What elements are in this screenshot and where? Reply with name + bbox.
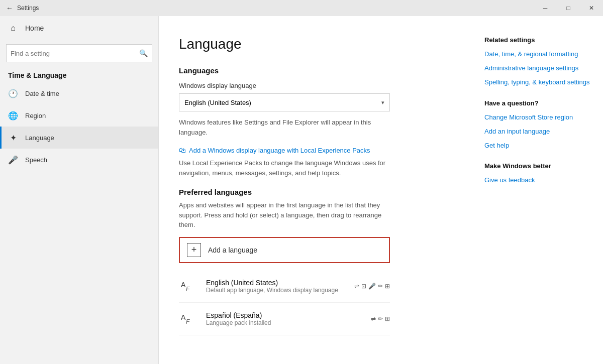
back-arrow-icon[interactable]: ←: [6, 4, 13, 12]
titlebar-controls: ─ □ ✕: [534, 0, 603, 16]
english-lang-caps: ⇌ ⊡ 🎤 ✏ ⊞: [354, 283, 390, 290]
close-button[interactable]: ✕: [580, 0, 603, 16]
cap-icon-4: ✏: [378, 283, 383, 290]
language-label: Language: [25, 134, 54, 142]
svg-text:F: F: [186, 286, 190, 293]
search-input[interactable]: [11, 50, 136, 57]
svg-text:F: F: [186, 318, 190, 325]
date-time-icon: 🕐: [8, 89, 18, 98]
sidebar-item-home[interactable]: ⌂ Home: [0, 16, 158, 40]
question-link-store[interactable]: Change Microsoft Store region: [484, 113, 591, 122]
sidebar-item-region[interactable]: 🌐 Region: [0, 104, 158, 127]
language-item-english[interactable]: A F English (United States) Default app …: [179, 270, 390, 303]
es-cap-icon-2: ✏: [378, 315, 383, 322]
have-question-title: Have a question?: [484, 99, 591, 107]
spanish-lang-info: Español (España) Language pack installed: [206, 311, 364, 326]
region-label: Region: [25, 112, 46, 119]
spanish-lang-name: Español (España): [206, 311, 364, 319]
related-settings-title: Related settings: [484, 36, 591, 44]
cap-icon-2: ⊡: [361, 283, 366, 290]
cap-icon-5: ⊞: [385, 283, 390, 290]
display-language-desc: Windows features like Settings and File …: [179, 117, 395, 137]
languages-section-title: Languages: [179, 66, 452, 75]
add-display-lang-text: Add a Windows display language with Loca…: [189, 147, 370, 154]
language-item-spanish[interactable]: A F Español (España) Language pack insta…: [179, 303, 390, 335]
related-link-date-time[interactable]: Date, time, & regional formatting: [484, 50, 591, 59]
home-icon: ⌂: [8, 24, 18, 33]
add-language-label: Add a language: [208, 246, 257, 254]
right-panel: Related settings Date, time, & regional …: [472, 16, 603, 364]
titlebar-left: ← Settings: [6, 4, 39, 12]
display-language-select[interactable]: English (United States) ▾: [179, 93, 390, 111]
cap-icon-3: 🎤: [368, 283, 376, 290]
plus-icon: +: [187, 243, 201, 257]
question-link-help[interactable]: Get help: [484, 141, 591, 150]
spanish-lang-icon: A F: [179, 309, 199, 329]
maximize-button[interactable]: □: [557, 0, 580, 16]
english-lang-name: English (United States): [206, 279, 347, 287]
question-link-input[interactable]: Add an input language: [484, 127, 591, 136]
sidebar-item-date-time[interactable]: 🕐 Date & time: [0, 82, 158, 104]
sidebar-item-language[interactable]: ✦ Language: [0, 127, 158, 149]
display-language-value: English (United States): [184, 99, 251, 106]
sidebar-section-title: Time & Language: [0, 66, 158, 82]
add-display-lang-link[interactable]: 🛍 Add a Windows display language with Lo…: [179, 146, 452, 154]
region-icon: 🌐: [8, 111, 18, 120]
es-cap-icon-3: ⊞: [385, 315, 390, 322]
related-link-spelling[interactable]: Spelling, typing, & keyboard settings: [484, 78, 591, 87]
english-lang-sub: Default app language, Windows display la…: [206, 287, 347, 294]
sidebar: ⌂ Home 🔍 Time & Language 🕐 Date & time 🌐…: [0, 16, 159, 364]
titlebar: ← Settings ─ □ ✕: [0, 0, 603, 16]
cap-icon-1: ⇌: [354, 283, 359, 290]
date-time-label: Date & time: [25, 90, 59, 97]
chevron-down-icon: ▾: [381, 99, 384, 106]
sidebar-item-speech[interactable]: 🎤 Speech: [0, 149, 158, 171]
speech-icon: 🎤: [8, 155, 18, 165]
preferred-title: Preferred languages: [179, 188, 452, 196]
search-icon: 🔍: [139, 49, 148, 57]
store-icon: 🛍: [179, 146, 186, 154]
related-link-admin[interactable]: Administrative language settings: [484, 64, 591, 73]
main-content: Language Languages Windows display langu…: [159, 16, 472, 364]
minimize-button[interactable]: ─: [534, 0, 557, 16]
speech-label: Speech: [25, 156, 47, 164]
search-box[interactable]: 🔍: [6, 44, 152, 62]
es-cap-icon-1: ⇌: [371, 315, 376, 322]
spanish-lang-sub: Language pack installed: [206, 319, 364, 326]
english-lang-icon: A F: [179, 276, 199, 296]
language-icon: ✦: [8, 133, 18, 143]
home-label: Home: [25, 24, 44, 32]
feedback-link[interactable]: Give us feedback: [484, 176, 591, 185]
page-title: Language: [179, 36, 452, 52]
make-better-title: Make Windows better: [484, 162, 591, 170]
display-language-label: Windows display language: [179, 82, 452, 89]
spanish-lang-caps: ⇌ ✏ ⊞: [371, 315, 390, 322]
local-exp-desc: Use Local Experience Packs to change the…: [179, 158, 395, 178]
add-language-button[interactable]: + Add a language: [179, 237, 390, 263]
english-lang-info: English (United States) Default app lang…: [206, 279, 347, 294]
titlebar-title: Settings: [17, 5, 39, 12]
svg-text:A: A: [181, 313, 186, 321]
preferred-desc: Apps and websites will appear in the fir…: [179, 200, 395, 230]
svg-text:A: A: [181, 281, 186, 289]
app-body: ⌂ Home 🔍 Time & Language 🕐 Date & time 🌐…: [0, 16, 603, 364]
